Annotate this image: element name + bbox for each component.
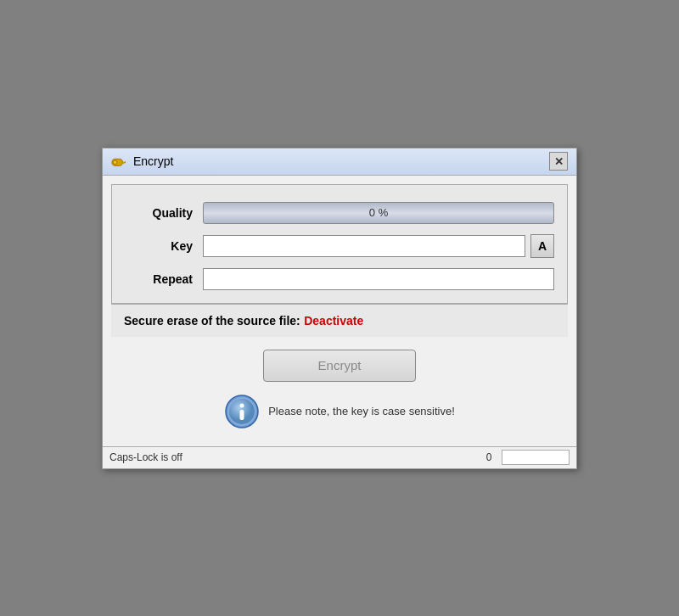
encrypt-dialog: Encrypt ✕ Quality 0 % Key A xyxy=(102,148,577,469)
quality-bar: 0 % xyxy=(203,202,554,224)
quality-label: Quality xyxy=(125,206,193,220)
deactivate-status[interactable]: Deactivate xyxy=(304,314,363,328)
svg-rect-4 xyxy=(124,161,126,163)
window-body: Quality 0 % Key A Repeat Secure era xyxy=(103,176,576,446)
key-icon xyxy=(111,154,126,169)
title-bar-left: Encrypt xyxy=(111,154,173,169)
encrypt-button[interactable]: Encrypt xyxy=(263,350,416,382)
key-label: Key xyxy=(125,239,193,253)
title-bar: Encrypt ✕ xyxy=(103,148,576,176)
quality-value: 0 % xyxy=(369,206,388,219)
info-icon: ● xyxy=(224,394,260,429)
secure-erase-panel: Secure erase of the source file: Deactiv… xyxy=(111,304,568,337)
key-row: Key A xyxy=(125,234,554,258)
window-title: Encrypt xyxy=(133,154,173,168)
info-row: ● Please note, the key is case sensitive… xyxy=(224,394,455,429)
quality-row: Quality 0 % xyxy=(125,202,554,224)
status-number: 0 xyxy=(476,451,502,463)
caps-lock-status: Caps-Lock is off xyxy=(109,451,476,463)
form-panel: Quality 0 % Key A Repeat xyxy=(111,184,568,304)
svg-rect-3 xyxy=(122,161,124,164)
status-bar: Caps-Lock is off 0 xyxy=(103,446,576,468)
repeat-input[interactable] xyxy=(203,268,554,290)
repeat-row: Repeat xyxy=(125,268,554,290)
action-area: Encrypt ● Plea xyxy=(111,337,568,438)
secure-erase-label: Secure erase of the source file: xyxy=(124,314,300,328)
status-box xyxy=(502,450,570,465)
key-input-wrapper: A xyxy=(203,234,554,258)
close-button[interactable]: ✕ xyxy=(549,152,568,171)
info-message: Please note, the key is case sensitive! xyxy=(268,405,455,417)
svg-point-10 xyxy=(240,403,244,407)
key-input[interactable] xyxy=(203,235,525,257)
svg-point-1 xyxy=(113,160,117,165)
caps-toggle-button[interactable]: A xyxy=(530,234,554,258)
repeat-label: Repeat xyxy=(125,272,193,286)
svg-rect-9 xyxy=(240,410,244,420)
